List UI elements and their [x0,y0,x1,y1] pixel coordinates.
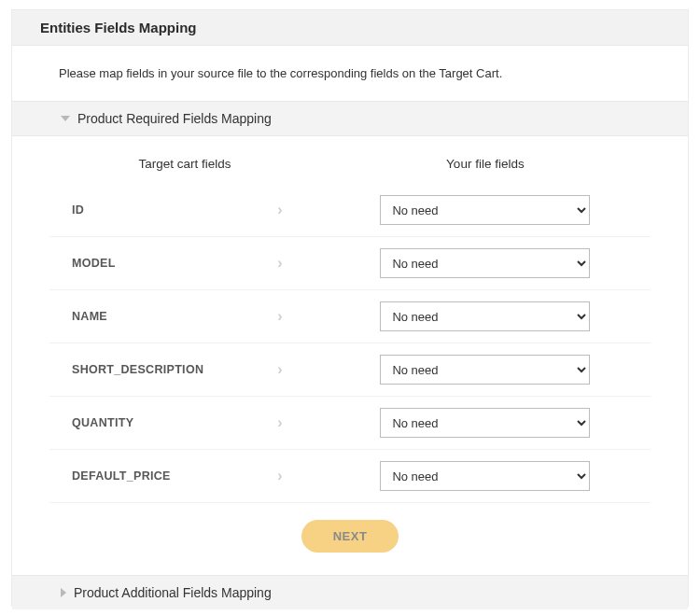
field-label: DEFAULT_PRICE [72,469,171,483]
map-select-wrap: No need [320,248,651,278]
map-select-wrap: No need [320,195,651,225]
panel-additional-header[interactable]: Product Additional Fields Mapping [12,575,688,609]
mapping-wrapper: Entities Fields Mapping Please map field… [11,9,689,607]
map-label: MODEL › [49,255,320,272]
chevron-right-icon: › [277,414,283,431]
section-instructions: Please map fields in your source file to… [12,46,688,101]
map-row-name: NAME › No need [49,290,651,343]
header-file-fields: Your file fields [320,157,651,171]
field-label: MODEL [72,257,116,270]
field-select-name[interactable]: No need [380,301,590,331]
map-row-short-description: SHORT_DESCRIPTION › No need [49,343,651,397]
next-button-wrap: NEXT [49,503,651,575]
panel-additional-title: Product Additional Fields Mapping [74,585,272,600]
map-select-wrap: No need [320,408,651,438]
chevron-right-icon: › [277,361,283,378]
panel-required-header[interactable]: Product Required Fields Mapping [12,101,688,136]
map-label: NAME › [49,308,320,325]
map-label: QUANTITY › [49,414,320,431]
mapping-header-row: Target cart fields Your file fields [49,149,651,184]
chevron-right-icon: › [277,308,283,325]
map-label: ID › [49,202,320,218]
field-label: SHORT_DESCRIPTION [72,363,203,376]
panel-required-title: Product Required Fields Mapping [77,111,272,126]
map-select-wrap: No need [320,461,651,491]
field-label: NAME [72,310,107,323]
field-label: ID [72,203,84,217]
map-label: SHORT_DESCRIPTION › [49,361,320,378]
field-select-quantity[interactable]: No need [380,408,590,438]
mapping-table: Target cart fields Your file fields ID ›… [12,136,688,575]
next-button[interactable]: NEXT [301,520,399,553]
map-row-id: ID › No need [49,184,651,237]
map-row-model: MODEL › No need [49,237,651,290]
map-row-default-price: DEFAULT_PRICE › No need [49,450,651,503]
chevron-down-icon [61,116,70,121]
field-label: QUANTITY [72,416,133,429]
chevron-right-icon [61,588,66,597]
field-select-short-description[interactable]: No need [380,355,590,385]
chevron-right-icon: › [277,202,283,218]
map-row-quantity: QUANTITY › No need [49,397,651,450]
chevron-right-icon: › [277,468,283,484]
section-header: Entities Fields Mapping [12,9,688,46]
field-select-id[interactable]: No need [380,195,590,225]
map-select-wrap: No need [320,355,651,385]
map-label: DEFAULT_PRICE › [49,468,320,484]
section-title: Entities Fields Mapping [40,20,671,35]
chevron-right-icon: › [277,255,283,272]
header-target-fields: Target cart fields [49,157,320,171]
field-select-default-price[interactable]: No need [380,461,590,491]
field-select-model[interactable]: No need [380,248,590,278]
map-select-wrap: No need [320,301,651,331]
